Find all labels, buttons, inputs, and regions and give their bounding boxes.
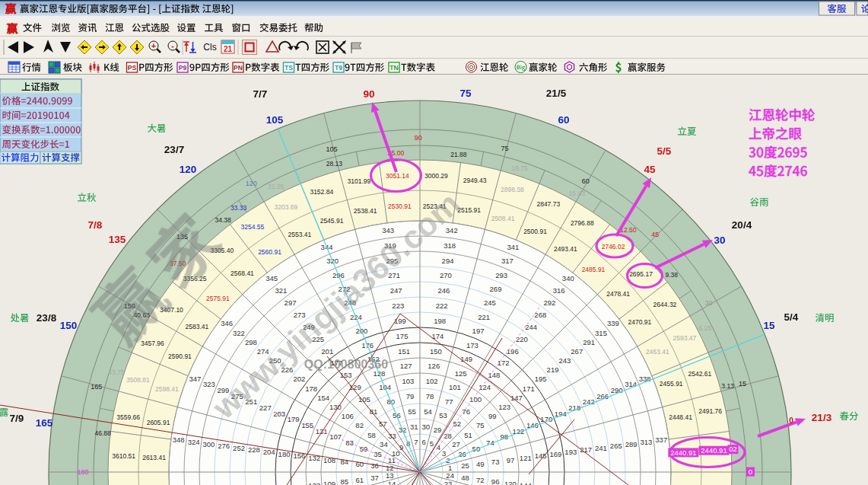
svg-text:130: 130 <box>329 403 342 411</box>
svg-text:14: 14 <box>388 480 396 485</box>
svg-text:102: 102 <box>426 377 438 385</box>
svg-text:103: 103 <box>402 377 414 385</box>
svg-text:2500.91: 2500.91 <box>523 228 547 235</box>
svg-text:15.63: 15.63 <box>569 190 586 197</box>
svg-text:60: 60 <box>558 114 569 126</box>
svg-text:2440.91: 2440.91 <box>670 448 696 457</box>
svg-text:83: 83 <box>345 439 354 447</box>
svg-text:5: 5 <box>430 439 434 448</box>
svg-text:105: 105 <box>326 145 338 153</box>
svg-text:53: 53 <box>439 411 447 420</box>
svg-text:5/5: 5/5 <box>657 145 672 157</box>
svg-text:120: 120 <box>246 180 257 187</box>
svg-text:341: 341 <box>507 243 520 251</box>
svg-text:244: 244 <box>525 323 537 331</box>
svg-text:52: 52 <box>453 420 461 428</box>
svg-text:57: 57 <box>379 420 387 428</box>
svg-text:99: 99 <box>488 412 497 420</box>
svg-text:2598.41: 2598.41 <box>155 385 179 393</box>
svg-text:46.88: 46.88 <box>94 429 111 437</box>
svg-text:175: 175 <box>396 332 409 340</box>
svg-text:127: 127 <box>400 362 412 370</box>
svg-text:3101.99: 3101.99 <box>348 177 371 185</box>
svg-text:36: 36 <box>370 461 379 470</box>
svg-text:313: 313 <box>641 438 653 446</box>
svg-text:20/4: 20/4 <box>732 219 752 231</box>
svg-text:293: 293 <box>495 271 507 279</box>
svg-text:201: 201 <box>321 347 333 356</box>
svg-text:31.25: 31.25 <box>268 183 285 190</box>
svg-text:18.75: 18.75 <box>512 164 529 172</box>
svg-text:221: 221 <box>478 313 490 321</box>
svg-text:145: 145 <box>535 451 547 460</box>
svg-text:2553.41: 2553.41 <box>288 231 312 238</box>
svg-text:246: 246 <box>437 286 450 295</box>
svg-text:317: 317 <box>501 257 513 265</box>
svg-text:2542.61: 2542.61 <box>688 370 712 378</box>
svg-text:58: 58 <box>367 431 376 439</box>
svg-text:289: 289 <box>625 440 637 448</box>
svg-text:25: 25 <box>461 461 469 470</box>
svg-text:15: 15 <box>739 380 746 388</box>
svg-text:T9: T9 <box>335 64 342 72</box>
svg-text:2575.91: 2575.91 <box>206 295 230 302</box>
svg-text:123: 123 <box>498 403 510 411</box>
svg-text:2560.91: 2560.91 <box>258 248 281 256</box>
svg-text:15: 15 <box>763 320 775 331</box>
svg-text:21/3: 21/3 <box>812 412 832 423</box>
svg-text:1: 1 <box>448 464 452 472</box>
svg-text:2590.91: 2590.91 <box>168 353 192 360</box>
svg-text:324: 324 <box>188 438 200 446</box>
svg-text:269: 269 <box>490 285 502 293</box>
svg-text:28.13: 28.13 <box>326 160 343 168</box>
svg-text:+: + <box>151 42 156 50</box>
svg-text:193: 193 <box>564 448 577 456</box>
svg-text:73: 73 <box>491 458 500 466</box>
svg-text:2847.73: 2847.73 <box>536 200 560 208</box>
svg-text:3: 3 <box>442 449 446 458</box>
svg-text:PN: PN <box>234 64 243 72</box>
svg-text:28: 28 <box>444 432 452 440</box>
svg-text:223: 223 <box>392 302 404 310</box>
svg-text:55: 55 <box>408 407 416 416</box>
svg-text:346: 346 <box>221 319 233 327</box>
svg-text:3457.96: 3457.96 <box>141 340 164 347</box>
svg-text:202: 202 <box>293 375 305 383</box>
svg-text:82: 82 <box>355 421 364 429</box>
svg-text:21: 21 <box>224 45 233 53</box>
svg-text:276: 276 <box>218 442 230 450</box>
svg-text:2613.41: 2613.41 <box>142 454 166 461</box>
svg-text:197: 197 <box>472 327 485 335</box>
svg-text:31: 31 <box>410 423 418 431</box>
svg-text:5/4: 5/4 <box>784 311 799 323</box>
svg-text:126: 126 <box>428 362 440 370</box>
svg-text:33.33: 33.33 <box>231 204 247 212</box>
svg-text:133: 133 <box>308 481 320 485</box>
svg-text:-: - <box>171 42 173 50</box>
svg-text:2485.91: 2485.91 <box>582 266 606 273</box>
svg-text:77: 77 <box>445 397 453 406</box>
svg-text:247: 247 <box>390 286 402 295</box>
svg-text:54: 54 <box>424 407 432 416</box>
svg-text:45: 45 <box>651 231 659 238</box>
svg-text:33: 33 <box>388 432 396 440</box>
svg-text:30: 30 <box>422 423 431 431</box>
svg-text:60: 60 <box>582 177 590 185</box>
svg-text:QQ:100800360: QQ:100800360 <box>304 358 388 371</box>
svg-text:194: 194 <box>555 410 567 418</box>
svg-text:75: 75 <box>476 421 485 429</box>
svg-text:23/8: 23/8 <box>37 312 57 324</box>
svg-text:3152.84: 3152.84 <box>310 188 333 196</box>
svg-text:45: 45 <box>644 164 656 175</box>
svg-text:84: 84 <box>341 458 349 466</box>
svg-text:345: 345 <box>265 274 278 282</box>
svg-text:97: 97 <box>507 456 515 464</box>
svg-text:2470.91: 2470.91 <box>628 318 652 326</box>
svg-text:338: 338 <box>639 375 651 383</box>
svg-text:348: 348 <box>173 436 185 444</box>
svg-text:2478.41: 2478.41 <box>606 290 630 298</box>
svg-text:24: 24 <box>446 471 454 480</box>
svg-text:2949.43: 2949.43 <box>463 177 487 184</box>
svg-text:61: 61 <box>355 476 364 484</box>
svg-text:2695.17: 2695.17 <box>629 270 653 278</box>
